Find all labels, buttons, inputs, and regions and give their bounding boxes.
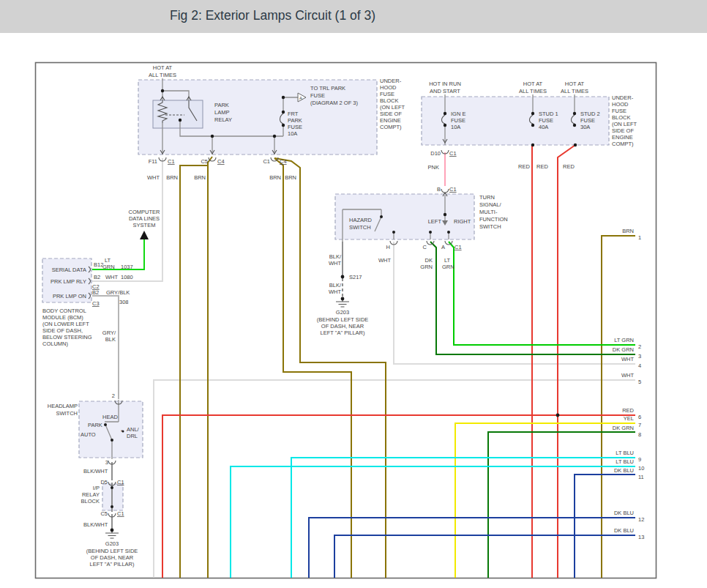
switch-name: TURN (479, 194, 495, 201)
position-label: PARK (88, 422, 102, 428)
ip-relay-label: RELAY (82, 491, 100, 498)
position-label: HEAD (102, 414, 118, 420)
frt-fuse-label: 10A (288, 130, 297, 137)
ground-label: OF DASH, NEAR (321, 323, 364, 330)
trl-label: TO TRL PARK (310, 85, 345, 92)
conn-ref: F11 (149, 158, 157, 165)
wire-color-label: DK BLU (614, 467, 634, 474)
bcm-description: BELOW STEERING (42, 334, 92, 340)
asterisk: * (121, 428, 123, 435)
wire-color-label: LT (105, 257, 111, 264)
row-number: 8 (638, 431, 641, 438)
ground-label: LEFT "A" PILLAR) (89, 561, 135, 567)
fuse-label: STUD 2 (580, 111, 600, 117)
row-number: 3 (638, 353, 641, 360)
trl-label: (DIAGRAM 2 OF 3) (310, 100, 359, 106)
wire-color-label: WHT (621, 356, 634, 362)
wire-color-label: BLK (105, 336, 116, 343)
block-name: COMPT) (380, 124, 402, 130)
ground-label: LEFT "A" PILLAR) (320, 330, 365, 336)
wire-color-label: WHT (329, 260, 341, 267)
wire-color-label: WHT (378, 257, 391, 264)
wire-color-label: BRN (166, 174, 178, 181)
relay-label: PARK (214, 102, 229, 108)
wires-gray (92, 242, 343, 529)
row-number: 2 (638, 343, 641, 350)
computer-data-arrow-icon (140, 231, 149, 239)
wire-color-label: WHT (621, 372, 634, 379)
fuse-label: IGN E (451, 111, 465, 117)
wire-color-label: YEL (624, 415, 634, 422)
hot-label: HOT AT (153, 64, 173, 71)
switch-name: SWITCH (479, 223, 501, 230)
wire-dkblu-row12 (309, 518, 635, 578)
block-name: FUSE (612, 108, 626, 114)
bcm-description: (ON LOWER LEFT (42, 321, 89, 327)
wire-dkblu-row11 (575, 475, 635, 578)
switch-name: MULTI- (479, 209, 498, 215)
diagram-page: Fig 2: Exterior Lamps Circuit (1 of 3) (0, 0, 707, 588)
block-name: HOOD (612, 101, 629, 108)
wire-color-label: LT BLU (616, 450, 634, 456)
wire-color-label: DK (425, 257, 433, 264)
block-name: BLOCK (380, 97, 398, 104)
hazard-switch-label: HAZARD (349, 217, 372, 223)
frt-fuse-label: PARK (288, 117, 302, 124)
hot-label: ALL TIMES (149, 72, 176, 78)
row-number: 5 (638, 379, 641, 385)
bcm-pin: SERIAL DATA (52, 267, 86, 273)
fuse-label: 30A (580, 124, 590, 130)
wire-color-label: WHT (329, 289, 341, 295)
conn-ref: C4 (217, 158, 225, 165)
block-name: (ON LEFT (380, 104, 405, 111)
wire-color-label: BLK/WHT (83, 468, 108, 475)
left-label: LEFT (428, 218, 442, 225)
circuit-number: 1037 (121, 264, 133, 270)
bcm-pin: PRK LMP ON (53, 293, 86, 299)
trl-arrow-letter: A (299, 96, 302, 100)
fuse-label: 10A (451, 124, 460, 130)
hot-label: ALL TIMES (519, 88, 547, 94)
bcm-description: COLUMN) (42, 340, 69, 347)
switch-name: HEADLAMP (48, 403, 78, 409)
fuse-label: FUSE (580, 117, 595, 124)
wire-brn-1 (208, 157, 212, 578)
row-number: 9 (638, 456, 641, 463)
wire-color-label: GRN (420, 264, 433, 270)
block-name: ENGINE (612, 134, 633, 141)
wire-dkblu-row13 (334, 535, 635, 578)
fuse-label: STUD 1 (539, 111, 558, 117)
ground-label: G203 (336, 309, 349, 316)
wire-color-label: RED (563, 163, 575, 170)
conn-ref: C1 (168, 158, 175, 165)
pin-label: 3 (105, 459, 108, 466)
system-label: COMPUTER (129, 209, 161, 215)
ground-label: OF DASH, NEAR (91, 554, 134, 561)
block-name: ENGINE (380, 117, 401, 124)
wire-color-label: DK BLU (614, 510, 634, 516)
wire-color-label: BRN (194, 174, 206, 181)
block-name: SIDE OF (380, 111, 402, 117)
system-label: DATA LINES (129, 215, 160, 222)
wire-color-label: PNK (428, 164, 439, 171)
wire-color-label: BLK/ (329, 253, 342, 260)
wire-ltgrn-row2 (449, 242, 635, 345)
wire-color-label: DK BLU (614, 527, 634, 534)
row-number: 6 (638, 414, 641, 420)
conn-ref: C1 (117, 510, 124, 517)
block-name: (ON LEFT (612, 121, 637, 127)
wire-red-row6 (162, 415, 635, 578)
wire-color-label: GRY/ (102, 330, 116, 336)
position-label: ANL/ (127, 426, 140, 433)
bcm-pin: PRK LMP RLY (50, 278, 86, 285)
wire-color-label: DK GRN (613, 346, 634, 353)
conn-ref: C5 (100, 510, 108, 517)
pin-label: C (423, 244, 427, 250)
wire-color-label: BLK/ (329, 282, 342, 289)
fuse-label: FUSE (539, 117, 553, 124)
conn-ref: C1 (454, 244, 462, 250)
switch-name: SWITCH (56, 410, 78, 417)
wire-color-label: LT (444, 257, 451, 264)
block-name: HOOD (380, 84, 397, 91)
bcm-description: SIDE OF DASH, (42, 327, 83, 334)
